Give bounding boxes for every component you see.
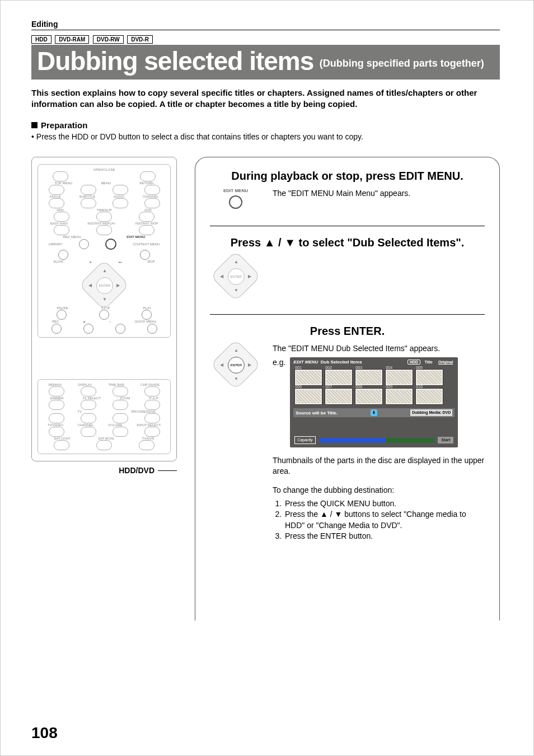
- preparation-text: • Press the HDD or DVD button to select …: [31, 132, 500, 141]
- page-number: 108: [31, 724, 58, 742]
- tag-hdd: HDD: [31, 35, 51, 44]
- step3-instructions: Press the QUICK MENU button. Press the ▲…: [273, 498, 485, 542]
- tag-dvd-ram: DVD-RAM: [55, 35, 89, 44]
- nav-pad-icon: ▲▼◀▶ ENTER: [214, 255, 257, 297]
- eg-label: e.g.: [273, 357, 285, 368]
- page-title: Dubbing selected items: [37, 46, 313, 76]
- breadcrumb: Editing: [31, 20, 500, 30]
- tag-dvd-r: DVD-R: [127, 35, 153, 44]
- remote-nav-pad: ▲▼◀▶ ENTER: [83, 264, 125, 306]
- step2-title: Press ▲ / ▼ to select "Dub Selected Item…: [210, 236, 485, 255]
- remote-illustration: OPEN/CLOSE TOP MENUMENURETURN ANGLESUBTI…: [31, 157, 177, 461]
- step1-title: During playback or stop, press EDIT MENU…: [210, 170, 485, 188]
- step3-after1: Thumbnails of the parts in the disc are …: [273, 455, 485, 477]
- page-title-banner: Dubbing selected items (Dubbing specifie…: [31, 45, 500, 80]
- steps-panel: During playback or stop, press EDIT MENU…: [195, 157, 500, 621]
- edit-menu-icon: EDIT MENU: [210, 188, 261, 209]
- nav-pad-enter-icon: ▲▼◀▶ ENTER: [214, 343, 257, 386]
- page-subtitle: (Dubbing specified parts together): [320, 58, 484, 69]
- screen-illustration: EDIT MENU Dub Selected Items HDD Title O…: [290, 357, 458, 447]
- step1-text: The "EDIT MENU Main Menu" appears.: [273, 188, 485, 199]
- step3-lead: The "EDIT MENU Dub Selected Items" appea…: [273, 343, 485, 354]
- preparation-heading: Preparation: [31, 120, 500, 130]
- intro-text: This section explains how to copy severa…: [31, 87, 500, 110]
- step3-after2: To change the dubbing destination:: [273, 485, 485, 496]
- remote-caption: HDD/DVD: [31, 466, 177, 475]
- tag-dvd-rw: DVD-RW: [93, 35, 124, 44]
- media-tags: HDD DVD-RAM DVD-RW DVD-R: [31, 34, 500, 44]
- step3-title: Press ENTER.: [210, 325, 485, 343]
